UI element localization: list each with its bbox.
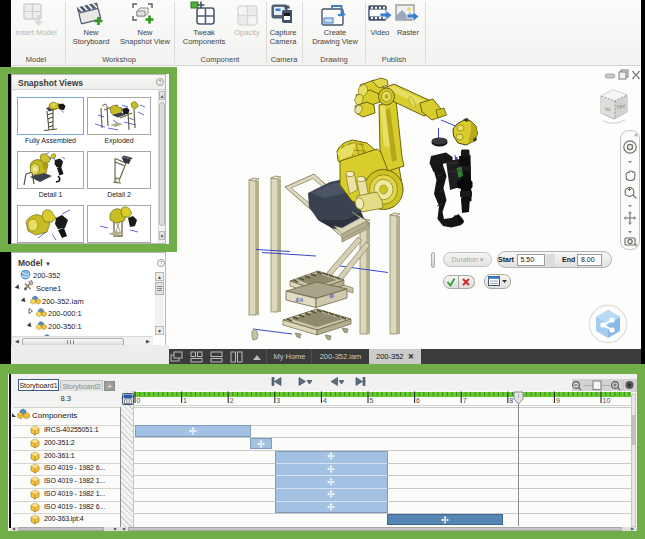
svg-text:Scene1: Scene1: [36, 284, 61, 293]
svg-text:Ⅲ·: Ⅲ·: [329, 293, 335, 299]
svg-text:Ⅱ/А: Ⅱ/А: [295, 297, 304, 303]
svg-text:200-000:1: 200-000:1: [48, 309, 82, 318]
svg-text:200-352: 200-352: [33, 271, 61, 280]
svg-text:200-352.iam: 200-352.iam: [42, 297, 84, 306]
svg-text:200-350:1: 200-350:1: [48, 322, 82, 331]
